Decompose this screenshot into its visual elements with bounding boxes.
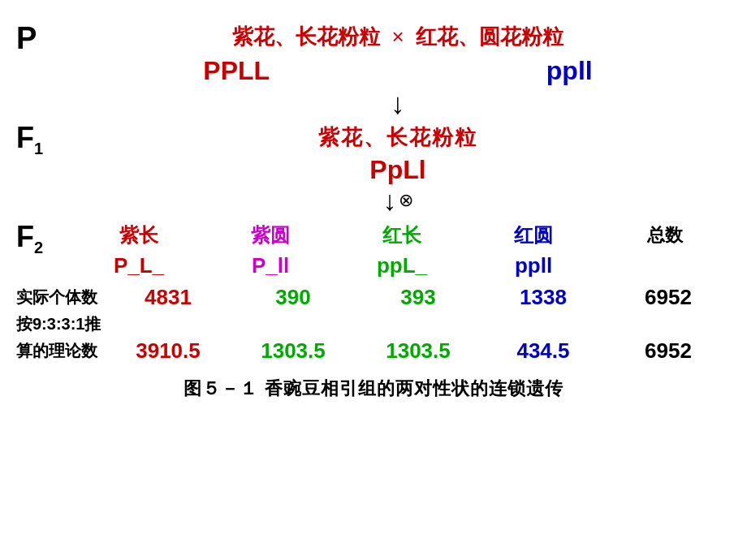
- label-p: P: [16, 23, 65, 54]
- header-red-long: 红长: [382, 224, 421, 246]
- actual-row: 实际个体数 4831 390 393 1338 6952: [16, 285, 731, 310]
- ppll-right: ppll: [546, 56, 593, 86]
- p-content: 紫花、长花粉粒 × 红花、圆花粉粒 PPLL ppll: [65, 23, 731, 86]
- f1-genotype: PpLl: [369, 155, 425, 185]
- theory-purple-round: 1303.5: [231, 338, 356, 364]
- cross-symbol: ×: [391, 24, 404, 50]
- row-f1: F1 紫花、长花粉粒 PpLl ↓ ⊗: [16, 123, 731, 214]
- theory-purple-long: 3910.5: [106, 338, 231, 364]
- p-genotypes: PPLL ppll: [65, 56, 731, 86]
- geno-ppl: ppL_: [377, 253, 427, 278]
- actual-purple-round: 390: [231, 285, 356, 310]
- f1-content: 紫花、长花粉粒 PpLl ↓ ⊗: [65, 123, 731, 214]
- f2-col-purple-round: 紫圆: [205, 222, 336, 248]
- f2-col-total: 总数: [599, 223, 731, 248]
- self-cross-symbol: ⊗: [399, 192, 413, 209]
- ppll-left: PPLL: [203, 56, 270, 86]
- theory-row: 算的理论数 3910.5 1303.5 1303.5 434.5 6952: [16, 338, 731, 364]
- data-section: 实际个体数 4831 390 393 1338 6952 按9:3:3:1推 算…: [16, 285, 731, 364]
- header-purple-long: 紫长: [119, 224, 158, 246]
- p-phenotype-right: 红花、圆花粉粒: [416, 23, 563, 51]
- f2-col-red-round: 红圆: [468, 222, 599, 248]
- actual-red-long: 393: [356, 285, 481, 310]
- actual-total: 6952: [606, 285, 731, 310]
- f2-col-purple-long: 紫长: [73, 222, 205, 248]
- theory-label-1: 按9:3:3:1推: [16, 313, 106, 335]
- arrow-down-2: ↓: [383, 187, 397, 214]
- header-red-round: 红圆: [514, 224, 553, 246]
- header-total: 总数: [647, 225, 683, 245]
- p-phenotype-left: 紫花、长花粉粒: [232, 23, 380, 51]
- geno-pll2: P_ll: [252, 253, 289, 278]
- f2-header: 紫长 紫圆 红长 红圆 总数: [65, 222, 731, 248]
- label-f2: F2: [16, 222, 65, 256]
- f1-arrow-row: ↓ ⊗: [383, 187, 413, 214]
- label-f1: F1: [16, 123, 65, 157]
- figure-caption: 图５－１ 香豌豆相引组的两对性状的连锁遗传: [16, 377, 731, 401]
- theory-label-2: 算的理论数: [16, 340, 106, 362]
- page-content: P 紫花、长花粉粒 × 红花、圆花粉粒 PPLL ppll ↓ F1 紫花、长花…: [0, 0, 747, 560]
- row-f2: F2 紫长 紫圆 红长 红圆 总数: [16, 222, 731, 278]
- f2-geno-col-2: P_ll: [205, 253, 336, 278]
- geno-pll: P_L_: [114, 253, 164, 278]
- arrow-after-p: ↓: [65, 89, 731, 118]
- f1-phenotype: 紫花、长花粉粒: [318, 123, 477, 152]
- actual-purple-long: 4831: [106, 285, 231, 310]
- actual-red-round: 1338: [481, 285, 606, 310]
- theory-red-long: 1303.5: [356, 338, 481, 364]
- f2-col-red-long: 红长: [336, 222, 468, 248]
- actual-label: 实际个体数: [16, 286, 106, 308]
- f2-geno: P_L_ P_ll ppL_ ppll: [65, 253, 731, 278]
- header-purple-round: 紫圆: [251, 224, 290, 246]
- row-p: P 紫花、长花粉粒 × 红花、圆花粉粒 PPLL ppll: [16, 23, 731, 86]
- theory-red-round: 434.5: [481, 338, 606, 364]
- f2-geno-col-3: ppL_: [336, 253, 468, 278]
- theory-total: 6952: [606, 338, 731, 364]
- f2-geno-col-1: P_L_: [73, 253, 205, 278]
- geno-ppll: ppll: [515, 253, 552, 278]
- arrow-down-1: ↓: [391, 89, 405, 118]
- f2-geno-col-4: ppll: [468, 253, 599, 278]
- f2-content: 紫长 紫圆 红长 红圆 总数 P_L_: [65, 222, 731, 278]
